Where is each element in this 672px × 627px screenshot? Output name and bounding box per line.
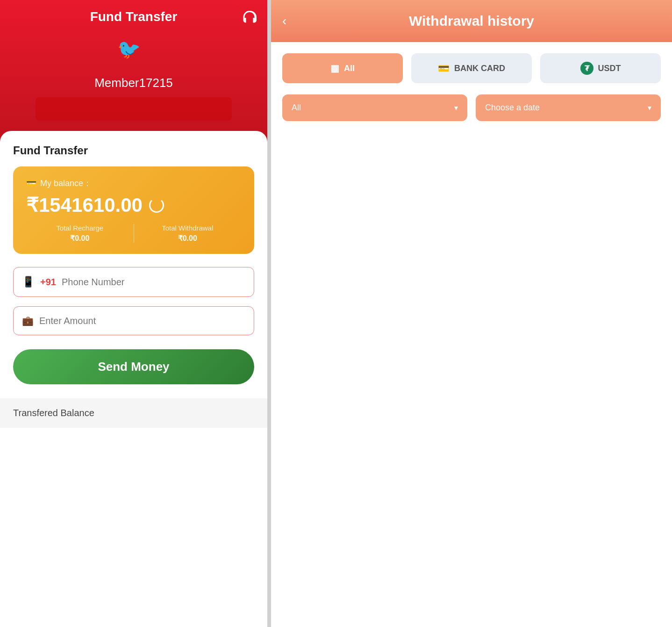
fund-transfer-header-title: Fund Transfer bbox=[90, 9, 178, 24]
total-recharge-stat: Total Recharge ₹0.00 bbox=[26, 224, 134, 243]
wallet-icon: 💳 bbox=[26, 178, 36, 188]
all-tab-label: All bbox=[344, 64, 355, 73]
total-recharge-label: Total Recharge bbox=[56, 224, 103, 232]
left-header: Fund Transfer 🐦 Member17215 bbox=[0, 0, 267, 145]
filter-tab-bank-card[interactable]: 💳 BANK CARD bbox=[411, 53, 532, 83]
usdt-tab-label: USDT bbox=[598, 64, 621, 73]
card-title: Fund Transfer bbox=[13, 144, 254, 157]
phone-prefix: +91 bbox=[40, 277, 56, 288]
phone-input-wrapper: 📱 +91 bbox=[13, 267, 254, 297]
total-withdrawal-value: ₹0.00 bbox=[178, 234, 197, 243]
date-filter-dropdown[interactable]: Choose a date ▾ bbox=[476, 94, 661, 121]
withdrawal-history-title: Withdrawal history bbox=[409, 13, 534, 29]
white-card: Fund Transfer 💳 My balance： ₹1541610.00 … bbox=[0, 131, 267, 627]
balance-label: 💳 My balance： bbox=[26, 178, 241, 189]
withdrawal-history-content bbox=[271, 128, 672, 627]
avatar-icon: 🐦 bbox=[117, 39, 141, 59]
bank-card-tab-label: BANK CARD bbox=[454, 64, 505, 73]
header-top: Fund Transfer bbox=[0, 9, 267, 24]
send-money-button[interactable]: Send Money bbox=[13, 349, 254, 384]
usdt-tab-icon: ₮ bbox=[580, 62, 593, 75]
back-button[interactable]: ‹ bbox=[282, 14, 286, 29]
panel-divider bbox=[267, 0, 271, 627]
filter-dropdowns: All ▾ Choose a date ▾ bbox=[271, 88, 672, 128]
amount-input-wrapper: 💼 bbox=[13, 306, 254, 335]
transferred-section: Transfered Balance bbox=[0, 398, 267, 428]
filter-tabs: ▦ All 💳 BANK CARD ₮ USDT bbox=[271, 42, 672, 88]
all-filter-dropdown[interactable]: All ▾ bbox=[282, 94, 467, 121]
date-filter-label: Choose a date bbox=[485, 103, 540, 113]
phone-input[interactable] bbox=[62, 277, 245, 288]
amount-input[interactable] bbox=[39, 316, 245, 326]
avatar: 🐦 bbox=[117, 38, 150, 71]
transferred-label: Transfered Balance bbox=[13, 408, 94, 418]
amount-wallet-icon: 💼 bbox=[22, 315, 34, 326]
bank-card-tab-icon: 💳 bbox=[438, 63, 450, 74]
total-recharge-value: ₹0.00 bbox=[70, 234, 89, 243]
right-panel: ‹ Withdrawal history ▦ All 💳 BANK CARD ₮… bbox=[271, 0, 672, 627]
left-panel: Fund Transfer 🐦 Member17215 Fund Transfe… bbox=[0, 0, 267, 627]
balance-card: 💳 My balance： ₹1541610.00 Total Recharge… bbox=[13, 166, 254, 254]
date-dropdown-arrow: ▾ bbox=[648, 103, 651, 112]
balance-amount-row: ₹1541610.00 bbox=[26, 194, 241, 216]
balance-stats: Total Recharge ₹0.00 Total Withdrawal ₹0… bbox=[26, 224, 241, 243]
filter-tab-all[interactable]: ▦ All bbox=[282, 53, 403, 83]
filter-tab-usdt[interactable]: ₮ USDT bbox=[540, 53, 661, 83]
right-header: ‹ Withdrawal history bbox=[271, 0, 672, 42]
all-tab-icon: ▦ bbox=[330, 63, 339, 74]
total-withdrawal-stat: Total Withdrawal ₹0.00 bbox=[134, 224, 242, 243]
total-withdrawal-label: Total Withdrawal bbox=[162, 224, 213, 232]
all-filter-label: All bbox=[292, 103, 301, 113]
headset-icon[interactable] bbox=[241, 9, 258, 26]
refresh-icon[interactable] bbox=[149, 198, 164, 213]
phone-icon: 📱 bbox=[22, 276, 35, 288]
member-name: Member17215 bbox=[94, 76, 173, 90]
avatar-area: 🐦 Member17215 bbox=[36, 38, 232, 121]
all-dropdown-arrow: ▾ bbox=[454, 103, 458, 112]
balance-amount: ₹1541610.00 bbox=[26, 194, 143, 216]
member-bar bbox=[36, 97, 232, 121]
